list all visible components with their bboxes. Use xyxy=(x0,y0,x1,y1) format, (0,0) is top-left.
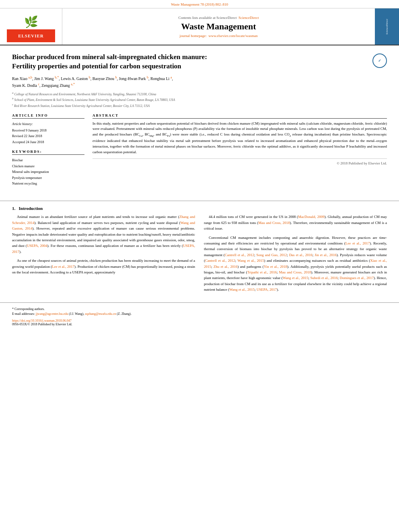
revised-date: Revised 22 June 2018 xyxy=(12,134,42,138)
keyword-1: Biochar xyxy=(12,157,84,163)
info-abstract-section: ARTICLE INFO Article history: Received 9… xyxy=(12,113,387,187)
email-zqzhang[interactable]: zqzhang@nwafu.edu.cn xyxy=(85,312,116,316)
intro-right-col: 44.4 million tons of CM were generated i… xyxy=(204,214,387,296)
keywords-heading: Keywords: xyxy=(12,150,84,155)
article-title-line2: Fertility properties and potential for c… xyxy=(12,62,181,70)
footnote-section: * Corresponding authors. E-mail addresse… xyxy=(0,302,399,319)
email-label: E-mail addresses: xyxy=(12,312,35,316)
keywords-section: Keywords: Biochar Chicken manure Mineral… xyxy=(12,150,84,186)
header-center: Contents lists available at ScienceDirec… xyxy=(62,8,375,45)
journal-bar: Waste Management 78 (2018) 802–810 xyxy=(0,0,399,8)
authors-line: Ran Xiao a,b, Jim J. Wang b,*, Lewis A. … xyxy=(12,75,387,89)
intro-columns: Animal manure is an abundant fertilizer … xyxy=(12,214,387,296)
cite-jin-2016[interactable]: Jin et al., 2016 xyxy=(315,253,337,257)
issn-text: 0956-053X/© 2018 Published by Elsevier L… xyxy=(12,322,72,326)
homepage-url[interactable]: www.elsevier.com/locate/wasman xyxy=(208,34,257,38)
keyword-3: Mineral salts impregnation xyxy=(12,169,84,175)
keyword-2: Chicken manure xyxy=(12,163,84,169)
doi-text: https://doi.org/10.1016/j.wasman.2018.06… xyxy=(12,319,387,326)
received-date: Received 9 January 2018 xyxy=(12,128,47,132)
elsevier-brand: ELSEVIER xyxy=(7,29,55,42)
cite-das-2016[interactable]: Das et al., 2016 xyxy=(289,253,313,257)
intro-para-3: 44.4 million tons of CM were generated i… xyxy=(204,214,387,231)
cite-zhang-schroder[interactable]: Zhang and Schroder, 2014 xyxy=(12,215,195,224)
email-jj-wang[interactable]: jjwang@agcenter.lsu.edu xyxy=(36,312,68,316)
doi-section: https://doi.org/10.1016/j.wasman.2018.06… xyxy=(0,319,399,329)
cite-usepa-2004[interactable]: USEPA, 2004 xyxy=(27,244,47,248)
accepted-date: Accepted 24 June 2018 xyxy=(12,140,44,144)
cite-mau-cross-2018[interactable]: Mau and Cross, 2018 xyxy=(279,270,311,274)
history-label: Article history: xyxy=(12,121,84,127)
header-right-bar: ScienceDirect xyxy=(375,8,399,45)
tree-decorative-icon: 🌿 xyxy=(24,16,38,28)
contents-available-text: Contents lists available at ScienceDirec… xyxy=(179,16,237,20)
article-title: Biochar produced from mineral salt-impre… xyxy=(12,53,367,71)
section-divider xyxy=(0,201,399,201)
cite-subedi-2016[interactable]: Subedi et al., 2016 xyxy=(310,276,337,280)
cite-wang-2015[interactable]: Wang et al., 2015 xyxy=(237,259,264,263)
intro-para-4: Conventional CM management includes comp… xyxy=(204,235,387,293)
cite-macdonald[interactable]: MacDonald, 2009 xyxy=(298,215,325,219)
homepage-label: journal homepage: xyxy=(179,34,206,38)
article-info-heading: ARTICLE INFO xyxy=(12,113,84,119)
article-title-line1: Biochar produced from mineral salt-impre… xyxy=(12,53,207,61)
intro-left-col: Animal manure is an abundant fertilizer … xyxy=(12,214,195,296)
intro-number: 1. xyxy=(12,206,15,211)
intro-heading: 1. Introduction xyxy=(12,206,387,211)
publisher-logo: 🌿 ELSEVIER xyxy=(0,8,62,45)
cite-wang-2015c[interactable]: Wang et al., 2015 xyxy=(229,288,255,292)
intro-para-1: Animal manure is an abundant fertilizer … xyxy=(12,214,195,255)
article-title-section: Biochar produced from mineral salt-impre… xyxy=(12,53,387,71)
affil-b: School of Plant, Environment & Soil Scie… xyxy=(14,98,175,102)
article-history: Article history: Received 9 January 2018… xyxy=(12,121,84,145)
cite-cantrell-2012b[interactable]: Cantrell et al., 2012 xyxy=(205,259,235,263)
crossmark-badge[interactable]: ✓ xyxy=(372,53,387,68)
keyword-5: Nutrient recycling xyxy=(12,181,84,186)
affil-a: College of Natural Resources and Environ… xyxy=(14,92,156,96)
footnote-corresponding: * Corresponding authors. E-mail addresse… xyxy=(12,307,387,316)
doi-link[interactable]: https://doi.org/10.1016/j.wasman.2018.06… xyxy=(12,319,72,322)
affil-c: Red River Research Station, Louisiana St… xyxy=(14,104,150,108)
crossmark-icon: ✓ xyxy=(378,59,381,63)
sciencedirect-link[interactable]: ScienceDirect xyxy=(239,16,259,20)
corresponding-label: * Corresponding authors. xyxy=(12,307,45,311)
abstract-heading: ABSTRACT xyxy=(93,113,387,119)
introduction-section: 1. Introduction Animal manure is an abun… xyxy=(0,206,399,302)
cite-usepa-2017b[interactable]: USEPA, 2017 xyxy=(257,288,277,292)
header-right-text: ScienceDirect xyxy=(385,19,389,35)
intro-title: Introduction xyxy=(19,206,43,211)
cite-song-guo[interactable]: Song and Guo, 2012 xyxy=(256,253,287,257)
keywords-list: Biochar Chicken manure Mineral salts imp… xyxy=(12,157,84,186)
cite-lee-2017[interactable]: Lee et al., 2017 xyxy=(52,265,74,269)
journal-title: Waste Management xyxy=(181,21,256,32)
cite-wang-2015b[interactable]: Wang et al., 2015 xyxy=(283,276,309,280)
cite-yin-2018[interactable]: Yin et al., 2018 xyxy=(264,265,287,269)
abstract-text: In this study, nutrient properties and c… xyxy=(93,121,387,155)
journal-homepage: journal homepage: www.elsevier.com/locat… xyxy=(179,34,257,38)
keyword-4: Pyrolysis temperature xyxy=(12,175,84,181)
journal-citation: Waste Management 78 (2018) 802–810 xyxy=(171,2,228,6)
page-header: 🌿 ELSEVIER Contents lists available at S… xyxy=(0,8,399,45)
cite-zhu-2016[interactable]: Zhu et al., 2016 xyxy=(214,265,238,269)
article-body: Biochar produced from mineral salt-impre… xyxy=(0,45,399,196)
article-info-column: ARTICLE INFO Article history: Received 9… xyxy=(12,113,84,187)
cite-lee-2017b[interactable]: Lee et al., 2017 xyxy=(346,241,370,245)
sciencedirect-line: Contents lists available at ScienceDirec… xyxy=(179,16,259,20)
affiliations: a College of Natural Resources and Envir… xyxy=(12,91,387,109)
cite-mau-cross[interactable]: Mau and Cross, 2018 xyxy=(258,221,290,225)
cite-cantrell-2012[interactable]: Cantrell et al., 2012 xyxy=(225,253,254,257)
copyright-notice: © 2018 Published by Elsevier Ltd. xyxy=(93,158,387,165)
intro-para-2: As one of the cheapest sources of animal… xyxy=(12,258,195,275)
cite-wang-gaston[interactable]: Wang and Gaston, 2014 xyxy=(12,221,195,230)
cite-domingues-2017[interactable]: Domingues et al., 2017 xyxy=(340,276,374,280)
cite-tripathi-2016[interactable]: Tripathi et al., 2016 xyxy=(247,270,277,274)
page: Waste Management 78 (2018) 802–810 🌿 ELS… xyxy=(0,0,399,532)
abstract-column: ABSTRACT In this study, nutrient propert… xyxy=(93,113,387,187)
